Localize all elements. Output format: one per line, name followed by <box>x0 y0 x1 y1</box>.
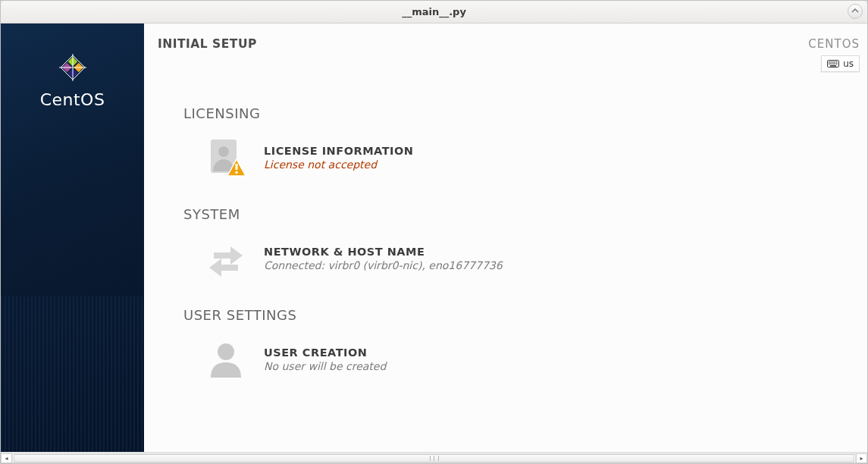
window-maximize-icon[interactable] <box>848 4 863 19</box>
svg-point-17 <box>218 146 229 157</box>
svg-rect-18 <box>236 164 238 170</box>
spoke-license-status: License not accepted <box>264 158 413 171</box>
spoke-user-title: USER CREATION <box>264 346 386 359</box>
spoke-user-text: USER CREATION No user will be created <box>264 346 386 372</box>
scroll-thumb[interactable] <box>14 454 854 462</box>
spoke-network-text: NETWORK & HOST NAME Connected: virbr0 (v… <box>264 246 503 271</box>
svg-rect-7 <box>832 61 834 63</box>
svg-rect-10 <box>829 64 830 65</box>
spoke-license-text: LICENSE INFORMATION License not accepted <box>264 145 413 171</box>
svg-rect-5 <box>829 61 830 63</box>
spoke-user-creation[interactable]: USER CREATION No user will be created <box>183 334 852 385</box>
svg-rect-11 <box>831 64 832 65</box>
header-row: INITIAL SETUP CENTOS us <box>144 24 867 72</box>
content-area: LICENSING LICENSE INFORMATION <box>144 72 867 400</box>
scroll-left-button[interactable]: ◂ <box>1 453 12 463</box>
svg-rect-13 <box>835 64 836 65</box>
horizontal-scrollbar[interactable]: ◂ ▸ <box>1 452 867 463</box>
spoke-user-status: No user will be created <box>264 360 386 372</box>
keyboard-layout-label: us <box>843 58 854 69</box>
svg-point-20 <box>218 343 234 360</box>
window-controls <box>848 4 863 19</box>
distribution-name: CENTOS <box>808 37 860 51</box>
window-frame: __main__.py CentOS <box>0 0 868 464</box>
spoke-network-title: NETWORK & HOST NAME <box>264 246 503 258</box>
svg-rect-14 <box>836 64 838 65</box>
section-heading-licensing: LICENSING <box>183 105 852 121</box>
centos-logo: CentOS <box>40 49 105 109</box>
window-title: __main__.py <box>402 6 466 17</box>
section-heading-user-settings: USER SETTINGS <box>183 307 852 323</box>
main-panel: INITIAL SETUP CENTOS us LICE <box>144 24 867 463</box>
spoke-license-title: LICENSE INFORMATION <box>264 145 413 157</box>
scroll-track[interactable] <box>12 453 856 463</box>
keyboard-icon <box>827 60 839 67</box>
network-arrows-icon <box>203 236 249 281</box>
svg-rect-15 <box>830 65 836 67</box>
window-body: CentOS INITIAL SETUP CENTOS us <box>1 24 867 463</box>
svg-rect-6 <box>831 61 832 63</box>
section-heading-system: SYSTEM <box>183 206 852 222</box>
keyboard-layout-indicator[interactable]: us <box>821 55 860 72</box>
spoke-network-hostname[interactable]: NETWORK & HOST NAME Connected: virbr0 (v… <box>183 233 852 284</box>
sidebar: CentOS <box>1 24 144 463</box>
header-right: CENTOS us <box>808 37 860 72</box>
document-warning-icon <box>203 135 249 180</box>
spoke-network-status: Connected: virbr0 (virbr0-nic), eno16777… <box>264 259 503 271</box>
svg-rect-19 <box>236 171 238 174</box>
scroll-right-button[interactable]: ▸ <box>856 453 867 463</box>
svg-rect-9 <box>836 61 838 63</box>
window-titlebar[interactable]: __main__.py <box>1 1 867 24</box>
svg-rect-12 <box>832 64 834 65</box>
user-silhouette-icon <box>203 337 249 382</box>
centos-wordmark: CentOS <box>40 90 105 109</box>
centos-mark-icon <box>55 49 91 86</box>
page-title: INITIAL SETUP <box>158 37 257 51</box>
svg-rect-8 <box>835 61 836 63</box>
spoke-license-information[interactable]: LICENSE INFORMATION License not accepted <box>183 132 852 183</box>
